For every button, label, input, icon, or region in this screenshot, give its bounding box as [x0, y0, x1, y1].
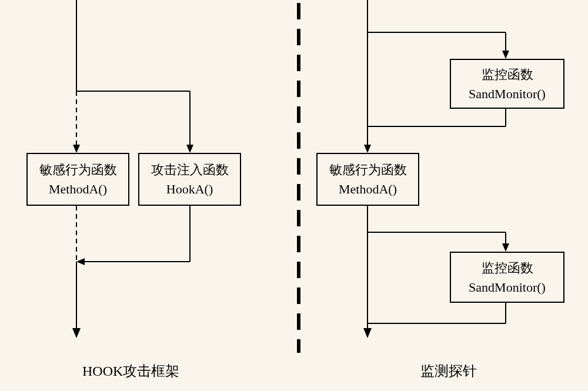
right-sandmonitor-top-fn: SandMonitor()	[469, 84, 546, 103]
diagram-container: 敏感行为函数 MethodA() 攻击注入函数 HookA() 监控函数 San…	[0, 0, 588, 391]
right-caption: 监测探针	[420, 362, 477, 380]
right-methoda-fn: MethodA()	[339, 179, 397, 199]
svg-marker-27	[363, 328, 372, 338]
left-hooka-box: 攻击注入函数 HookA()	[138, 153, 241, 206]
right-sandmonitor-bottom-title: 监控函数	[482, 258, 533, 278]
left-methoda-title: 敏感行为函数	[39, 160, 117, 179]
left-caption: HOOK攻击框架	[82, 362, 179, 380]
right-sandmonitor-bottom-box: 监控函数 SandMonitor()	[450, 252, 564, 303]
svg-marker-3	[186, 145, 193, 153]
right-sandmonitor-top-box: 监控函数 SandMonitor()	[450, 59, 564, 109]
svg-marker-19	[364, 145, 371, 153]
right-sandmonitor-bottom-fn: SandMonitor()	[469, 278, 546, 297]
svg-marker-23	[502, 243, 509, 252]
left-hooka-title: 攻击注入函数	[151, 160, 229, 179]
right-sandmonitor-top-title: 监控函数	[482, 65, 533, 84]
right-methoda-box: 敏感行为函数 MethodA()	[316, 153, 419, 206]
right-methoda-title: 敏感行为函数	[329, 160, 407, 179]
svg-marker-5	[73, 145, 80, 153]
left-methoda-box: 敏感行为函数 MethodA()	[26, 153, 129, 206]
svg-marker-8	[76, 258, 85, 265]
svg-marker-11	[72, 328, 81, 338]
svg-marker-15	[502, 51, 509, 59]
left-hooka-fn: HookA()	[166, 179, 213, 199]
left-methoda-fn: MethodA()	[49, 179, 107, 199]
